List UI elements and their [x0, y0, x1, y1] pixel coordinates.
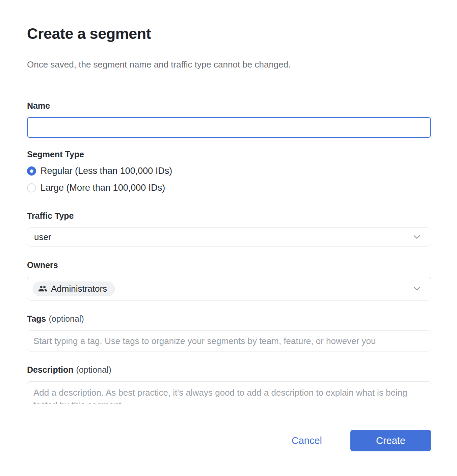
- segment-type-option-regular[interactable]: Regular (Less than 100,000 IDs): [27, 166, 431, 176]
- radio-unselected-icon[interactable]: [27, 183, 36, 192]
- tags-field: Tags(optional): [27, 314, 431, 351]
- chevron-down-icon: [412, 284, 422, 294]
- segment-type-option-large[interactable]: Large (More than 100,000 IDs): [27, 183, 431, 193]
- radio-selected-icon[interactable]: [27, 166, 36, 176]
- owners-label: Owners: [27, 260, 431, 270]
- owners-select[interactable]: Administrators: [27, 277, 431, 300]
- page-title: Create a segment: [27, 25, 431, 43]
- segment-type-label: Segment Type: [27, 150, 431, 159]
- traffic-type-value: user: [34, 232, 51, 242]
- description-field: Description(optional): [27, 365, 431, 404]
- people-icon: [38, 284, 48, 293]
- owner-chip-label: Administrators: [51, 284, 107, 294]
- traffic-type-label: Traffic Type: [27, 211, 431, 221]
- description-label-row: Description(optional): [27, 365, 431, 375]
- owners-field: Owners Administrators: [27, 260, 431, 300]
- radio-option-label: Regular (Less than 100,000 IDs): [41, 166, 172, 176]
- description-textarea[interactable]: [27, 381, 431, 404]
- radio-option-label: Large (More than 100,000 IDs): [41, 183, 165, 193]
- description-optional-note: (optional): [76, 365, 111, 374]
- traffic-type-select[interactable]: user: [27, 228, 431, 246]
- segment-type-field: Segment Type Regular (Less than 100,000 …: [27, 150, 431, 193]
- chevron-down-icon: [412, 232, 422, 242]
- name-field: Name: [27, 101, 431, 138]
- tags-label: Tags: [27, 314, 46, 323]
- cancel-button[interactable]: Cancel: [292, 435, 322, 446]
- dialog-footer: Cancel Create: [27, 430, 431, 451]
- description-label: Description: [27, 365, 74, 374]
- create-button[interactable]: Create: [350, 430, 431, 451]
- page-subtitle: Once saved, the segment name and traffic…: [27, 59, 431, 70]
- name-input[interactable]: [27, 117, 431, 138]
- create-segment-dialog: Create a segment Once saved, the segment…: [0, 0, 457, 451]
- tags-optional-note: (optional): [49, 314, 84, 323]
- tags-input[interactable]: [27, 330, 431, 351]
- tags-label-row: Tags(optional): [27, 314, 431, 324]
- owner-chip-administrators[interactable]: Administrators: [33, 282, 115, 296]
- name-label: Name: [27, 101, 431, 111]
- traffic-type-field: Traffic Type user: [27, 211, 431, 246]
